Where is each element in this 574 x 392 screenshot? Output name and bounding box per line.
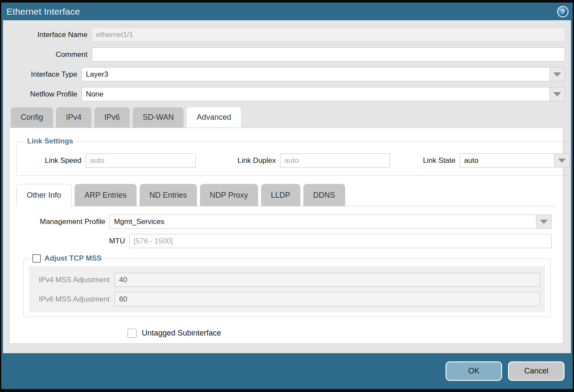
untagged-subinterface-label: Untagged Subinterface bbox=[142, 329, 221, 338]
ipv4-mss-label: IPv4 MSS Adjustment bbox=[29, 276, 115, 284]
ipv6-mss-input bbox=[115, 292, 540, 306]
management-profile-value[interactable] bbox=[109, 215, 536, 229]
dialog-footer: OK Cancel bbox=[1, 353, 573, 389]
link-settings-fieldset: Link Settings Link Speed Link Duplex Lin… bbox=[16, 137, 571, 176]
advanced-tab-panel: Link Settings Link Speed Link Duplex Lin… bbox=[9, 128, 563, 344]
sub-tabstrip: Other Info ARP Entries ND Entries NDP Pr… bbox=[16, 184, 556, 206]
link-settings-row: Link Speed Link Duplex Link State bbox=[22, 153, 570, 168]
link-duplex-input[interactable] bbox=[280, 153, 390, 168]
management-profile-dropdown-arrow-icon[interactable] bbox=[536, 215, 552, 229]
management-profile-combo[interactable] bbox=[109, 215, 552, 229]
adjust-tcp-mss-label: Adjust TCP MSS bbox=[44, 254, 102, 263]
link-state-value[interactable] bbox=[460, 153, 554, 168]
interface-type-value[interactable] bbox=[81, 67, 549, 81]
mss-disabled-panel: IPv4 MSS Adjustment IPv6 MSS Adjustment bbox=[29, 266, 545, 312]
link-state-label: Link State bbox=[412, 156, 460, 165]
netflow-profile-row: Netflow Profile bbox=[9, 87, 565, 101]
mtu-row: MTU bbox=[16, 234, 556, 248]
ipv6-mss-label: IPv6 MSS Adjustment bbox=[29, 295, 115, 304]
tab-config[interactable]: Config bbox=[11, 107, 53, 128]
comment-label: Comment bbox=[9, 50, 92, 59]
main-tabstrip: Config IPv4 IPv6 SD-WAN Advanced bbox=[9, 107, 565, 128]
untagged-subinterface-checkbox[interactable] bbox=[128, 329, 137, 338]
link-settings-legend: Link Settings bbox=[25, 137, 76, 146]
chevron-down-icon bbox=[553, 72, 561, 77]
chevron-down-icon bbox=[540, 220, 548, 224]
interface-name-row: Interface Name bbox=[9, 28, 565, 42]
cancel-button[interactable]: Cancel bbox=[508, 361, 565, 381]
adjust-tcp-mss-fieldset: Adjust TCP MSS IPv4 MSS Adjustment IPv6 … bbox=[23, 254, 551, 317]
chevron-down-icon bbox=[553, 92, 561, 96]
interface-name-label: Interface Name bbox=[9, 31, 92, 39]
tab-ipv6[interactable]: IPv6 bbox=[94, 107, 130, 128]
tab-ddns[interactable]: DDNS bbox=[303, 184, 345, 206]
tab-sdwan[interactable]: SD-WAN bbox=[133, 107, 184, 128]
interface-name-input bbox=[92, 28, 565, 42]
mtu-input[interactable] bbox=[129, 234, 552, 248]
mtu-label: MTU bbox=[16, 237, 129, 246]
dialog-titlebar: Ethernet Interface ? bbox=[1, 3, 573, 20]
link-speed-label: Link Speed bbox=[22, 156, 86, 165]
adjust-tcp-mss-legend: Adjust TCP MSS bbox=[30, 254, 104, 263]
comment-row: Comment bbox=[9, 47, 565, 62]
netflow-profile-value[interactable] bbox=[81, 87, 549, 101]
ipv4-mss-input bbox=[115, 273, 540, 287]
interface-type-row: Interface Type bbox=[9, 67, 565, 81]
comment-input[interactable] bbox=[92, 47, 565, 62]
other-info-panel: Management Profile MTU Adjust TCP bbox=[16, 206, 556, 338]
ipv4-mss-row: IPv4 MSS Adjustment bbox=[29, 273, 540, 287]
tab-nd-entries[interactable]: ND Entries bbox=[140, 184, 197, 206]
adjust-tcp-mss-checkbox[interactable] bbox=[32, 254, 41, 263]
netflow-profile-dropdown-arrow-icon[interactable] bbox=[549, 87, 565, 101]
link-duplex-label: Link Duplex bbox=[215, 156, 280, 165]
tab-advanced[interactable]: Advanced bbox=[187, 107, 241, 128]
management-profile-row: Management Profile bbox=[16, 215, 556, 229]
tab-lldp[interactable]: LLDP bbox=[261, 184, 300, 206]
management-profile-label: Management Profile bbox=[16, 218, 109, 226]
chevron-down-icon bbox=[558, 159, 566, 163]
tab-ipv4[interactable]: IPv4 bbox=[56, 107, 91, 128]
link-state-combo[interactable] bbox=[460, 153, 570, 168]
netflow-profile-label: Netflow Profile bbox=[9, 90, 81, 99]
tab-other-info[interactable]: Other Info bbox=[16, 184, 72, 206]
dialog-title: Ethernet Interface bbox=[6, 6, 80, 17]
tab-arp-entries[interactable]: ARP Entries bbox=[75, 184, 137, 206]
help-icon[interactable]: ? bbox=[557, 6, 568, 17]
ipv6-mss-row: IPv6 MSS Adjustment bbox=[29, 292, 540, 306]
tab-ndp-proxy[interactable]: NDP Proxy bbox=[200, 184, 258, 206]
interface-type-dropdown-arrow-icon[interactable] bbox=[549, 67, 565, 81]
link-state-dropdown-arrow-icon[interactable] bbox=[554, 153, 570, 168]
ok-button[interactable]: OK bbox=[446, 361, 502, 381]
untagged-subinterface-row: Untagged Subinterface bbox=[128, 329, 556, 338]
ethernet-interface-dialog: Ethernet Interface ? Interface Name Comm… bbox=[0, 0, 574, 392]
link-speed-input[interactable] bbox=[86, 153, 196, 168]
dialog-body: Interface Name Comment Interface Type Ne… bbox=[3, 20, 571, 353]
netflow-profile-combo[interactable] bbox=[81, 87, 565, 101]
interface-type-combo[interactable] bbox=[81, 67, 565, 81]
interface-type-label: Interface Type bbox=[9, 70, 81, 79]
